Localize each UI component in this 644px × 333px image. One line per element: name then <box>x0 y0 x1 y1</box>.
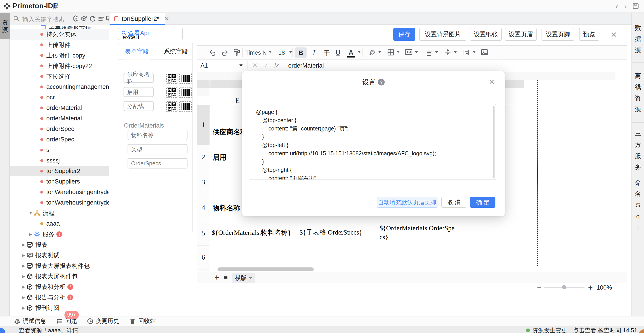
expanded-arrow-icon[interactable]: ▼ <box>28 211 34 216</box>
formula-confirm-icon[interactable]: ✓ <box>264 62 269 69</box>
zoom-out-icon[interactable]: − <box>537 283 542 292</box>
undo-icon[interactable] <box>209 49 216 56</box>
cancel-button[interactable]: 取 消 <box>441 197 466 208</box>
barcode-icon[interactable] <box>179 101 192 112</box>
tree-search-bar[interactable]: 输入关键字搜索 AI En文 <box>10 13 109 24</box>
zoom-slider-thumb[interactable] <box>562 285 566 289</box>
vertical-align-icon[interactable] <box>444 48 452 56</box>
tree-item-持久化实体[interactable]: 持久化实体 <box>10 29 109 40</box>
action-button-设置纸张[interactable]: 设置纸张 <box>470 28 502 41</box>
horizontal-align-icon[interactable] <box>426 49 433 56</box>
borders-icon[interactable] <box>387 49 394 56</box>
font-size-caret-icon[interactable] <box>289 51 292 53</box>
bold-button[interactable]: B <box>295 48 306 58</box>
font-color-caret-icon[interactable] <box>358 51 361 53</box>
search-input[interactable]: 输入关键字搜索 <box>22 16 65 24</box>
save-file-icon[interactable] <box>632 3 639 10</box>
sidebar-tab-resources[interactable]: 资源 <box>0 13 10 40</box>
tree-item-报表和分析[interactable]: ▶报表和分析! <box>10 282 109 292</box>
collapsed-arrow-icon[interactable]: ▶ <box>20 274 26 279</box>
tree-item-报表大屏构件包[interactable]: ▶报表大屏构件包 <box>10 271 109 282</box>
italic-button[interactable]: I <box>313 49 315 57</box>
nav-back-icon[interactable]: ‹ <box>615 2 618 10</box>
tree-item-报表测试[interactable]: ▶报表测试 <box>10 250 109 260</box>
tree-item-ocr[interactable]: ocr <box>10 92 109 103</box>
cell-C6[interactable]: ${OrderMaterials.OrderSpecs} <box>380 220 457 244</box>
group-field-chip-类型[interactable]: 类型 <box>128 144 188 154</box>
tree-item-tonSupplier2[interactable]: tonSupplier2 <box>10 166 109 176</box>
qr-code-icon[interactable] <box>166 73 178 84</box>
link-icon[interactable] <box>52 3 59 10</box>
tab-system-fields[interactable]: 系统字段 <box>164 48 188 56</box>
right-tab-离线资源[interactable]: 离线资源 <box>632 63 644 123</box>
right-tab-数据源[interactable]: 数据源 <box>632 16 644 63</box>
row-header-1[interactable]: 1 <box>197 105 210 145</box>
tree-item-报表[interactable]: ▶报表 <box>10 240 109 250</box>
page-css-code[interactable]: @page { @top-center { content: "第" count… <box>256 108 436 180</box>
row-header-3[interactable]: 3 <box>197 170 210 195</box>
ai-icon[interactable]: AI <box>72 15 79 22</box>
tree-item-accountingmanagementAccountb[interactable]: accountingmanagementAccountb <box>10 82 109 92</box>
insert-image-icon[interactable] <box>481 48 488 56</box>
group-field-chip-物料名称[interactable]: 物料名称 <box>128 130 188 140</box>
font-family-caret-icon[interactable] <box>268 51 272 53</box>
save-button[interactable]: 保存 <box>394 28 415 41</box>
field-chip-启用[interactable]: 启用 <box>124 87 154 97</box>
action-button-设置页脚[interactable]: 设置页脚 <box>542 28 574 41</box>
fill-color-caret-icon[interactable] <box>378 51 381 53</box>
sheet-tab-caret-icon[interactable] <box>249 277 252 279</box>
tree-item-报告与分析[interactable]: ▶报告与分析! <box>10 292 109 302</box>
qr-code-icon[interactable] <box>166 87 178 98</box>
tree-item-上传附件[interactable]: 上传附件 <box>10 40 109 50</box>
collapsed-arrow-icon[interactable]: ▶ <box>20 284 26 289</box>
tree-item-下拉选择[interactable]: 下拉选择 <box>10 71 109 82</box>
font-size-select[interactable]: 18 <box>278 49 285 56</box>
cell-ref-caret-icon[interactable] <box>240 64 242 66</box>
tree-item-报表大屏报表构件包[interactable]: ▶报表大屏报表构件包 <box>10 260 109 271</box>
cell-B6[interactable]: ${子表格.OrderSpecs} <box>300 220 377 244</box>
bottom-tool-调试信息[interactable]: 调试信息 <box>14 316 46 326</box>
tree-item-子表格树形下拉[interactable]: 子表格树形下拉 <box>10 25 109 29</box>
tree-item-上传附件-copy22[interactable]: 上传附件-copy22 <box>10 61 109 71</box>
collapsed-arrow-icon[interactable]: ▶ <box>28 232 34 237</box>
formula-value[interactable]: orderMaterial <box>288 62 324 69</box>
add-sheet-icon[interactable]: + <box>214 273 219 282</box>
tree-item-ssssj[interactable]: ssssj <box>10 155 109 166</box>
font-color-button[interactable]: A <box>349 49 353 56</box>
fill-color-icon[interactable] <box>368 49 376 56</box>
strikethrough-button[interactable]: 干 <box>324 49 330 58</box>
vertical-align-caret-icon[interactable] <box>454 51 457 53</box>
formula-cancel-icon[interactable]: ✕ <box>252 62 258 69</box>
confirm-button[interactable]: 确 定 <box>470 197 496 208</box>
borders-caret-icon[interactable] <box>396 51 400 53</box>
underline-button[interactable]: U <box>336 49 340 56</box>
zoom-in-icon[interactable]: + <box>588 283 593 292</box>
text-wrap-caret-icon[interactable] <box>472 51 476 53</box>
tab-form-fields[interactable]: 表单字段 <box>125 48 149 56</box>
tree-item-tonSuppliers[interactable]: tonSuppliers <box>10 176 109 187</box>
row-header-2[interactable]: 2 <box>197 145 210 170</box>
tree-item-tonWarehousingentrydetails[interactable]: tonWarehousingentrydetails <box>10 187 109 198</box>
tree-item-上传附件-copy[interactable]: 上传附件-copy <box>10 50 109 61</box>
tree-item-aaaa[interactable]: aaaa <box>10 218 109 229</box>
barcode-icon[interactable] <box>179 73 192 84</box>
grid-corner[interactable] <box>197 88 210 96</box>
row-header-4[interactable]: 4 <box>197 195 210 221</box>
merge-caret-icon[interactable] <box>415 51 418 53</box>
autofill-header-footer-button[interactable]: 自动填充默认页眉页脚 <box>376 197 438 208</box>
right-tab-命名Sql[interactable]: 命名Sql <box>632 178 644 232</box>
status-hint[interactable]: 查看资源「aaaa」详情 <box>19 326 78 333</box>
tree-item-报刊订阅[interactable]: ▶报刊订阅 <box>10 302 109 313</box>
page-css-editor[interactable]: @page { @top-center { content: "第" count… <box>250 104 496 180</box>
row-header-6[interactable]: 6 <box>197 246 210 270</box>
dialog-close-icon[interactable]: ✕ <box>489 78 495 86</box>
group-field-chip-OrderSpecs[interactable]: OrderSpecs <box>128 158 188 168</box>
action-button-设置页眉[interactable]: 设置页眉 <box>505 28 536 41</box>
qr-code-icon[interactable] <box>166 101 178 112</box>
cell-A6[interactable]: ${OrderMaterials.物料名称} <box>212 220 296 244</box>
editor-close-icon[interactable]: ✕ <box>611 30 617 39</box>
sheet-list-icon[interactable]: ≡ <box>224 274 228 281</box>
action-button-预览[interactable]: 预览 <box>579 28 599 41</box>
code-scrollbar[interactable] <box>493 106 494 178</box>
tree-item-orderMaterial[interactable]: orderMaterial <box>10 113 109 124</box>
